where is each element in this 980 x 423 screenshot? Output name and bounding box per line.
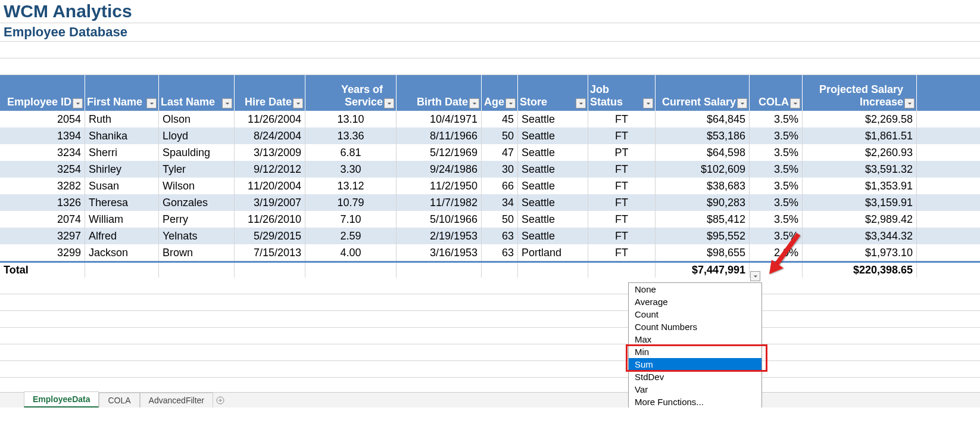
cell-proj[interactable]: $2,989.42 — [803, 211, 917, 228]
cell-cola[interactable]: 3.5% — [750, 178, 803, 194]
filter-dropdown-icon[interactable] — [146, 98, 157, 108]
filter-dropdown-icon[interactable] — [737, 98, 747, 108]
cell-store[interactable]: Portland — [518, 244, 588, 261]
cell-store[interactable]: Seattle — [518, 178, 588, 194]
cell-yrs[interactable]: 10.79 — [305, 194, 397, 211]
table-row[interactable]: 3234SherriSpaulding3/13/20096.815/12/196… — [0, 144, 980, 161]
cell-store[interactable]: Seattle — [518, 144, 588, 161]
cell-age[interactable]: 47 — [482, 144, 518, 161]
cell-id[interactable]: 1326 — [0, 194, 85, 211]
menu-item-max[interactable]: Max — [629, 333, 761, 346]
cell-sal[interactable]: $64,598 — [656, 144, 750, 161]
cell-yrs[interactable]: 6.81 — [305, 144, 397, 161]
menu-item-more-functions-[interactable]: More Functions... — [629, 396, 761, 408]
filter-dropdown-icon[interactable] — [904, 98, 915, 108]
menu-item-count-numbers[interactable]: Count Numbers — [629, 321, 761, 333]
cell-birth[interactable]: 2/19/1953 — [397, 228, 482, 244]
cell-birth[interactable]: 8/11/1966 — [397, 127, 482, 144]
cell-proj[interactable]: $1,353.91 — [803, 178, 917, 194]
cell-id[interactable]: 3282 — [0, 178, 85, 194]
cell-yrs[interactable]: 7.10 — [305, 211, 397, 228]
filter-dropdown-icon[interactable] — [384, 98, 394, 108]
cell-store[interactable]: Seattle — [518, 161, 588, 178]
cell-proj[interactable]: $2,260.93 — [803, 144, 917, 161]
cell-fn[interactable]: Ruth — [85, 111, 159, 127]
cell-job[interactable]: FT — [588, 127, 656, 144]
cell-cola[interactable]: 3.5% — [750, 111, 803, 127]
cell-fn[interactable]: Susan — [85, 178, 159, 194]
filter-dropdown-icon[interactable] — [505, 98, 516, 108]
cell-sal[interactable]: $95,552 — [656, 228, 750, 244]
filter-dropdown-icon[interactable] — [576, 98, 586, 108]
cell-ln[interactable]: Wilson — [159, 178, 235, 194]
cell-store[interactable]: Seattle — [518, 211, 588, 228]
cell-store[interactable]: Seattle — [518, 194, 588, 211]
cell-id[interactable]: 1394 — [0, 127, 85, 144]
cell-hire[interactable]: 5/29/2015 — [235, 228, 305, 244]
cell-ln[interactable]: Lloyd — [159, 127, 235, 144]
cell-ln[interactable]: Yelnats — [159, 228, 235, 244]
table-row[interactable]: 3282SusanWilson11/20/200413.1211/2/19506… — [0, 178, 980, 194]
cell-proj[interactable]: $1,973.10 — [803, 244, 917, 261]
filter-dropdown-icon[interactable] — [73, 98, 83, 108]
menu-item-stddev[interactable]: StdDev — [629, 371, 761, 383]
cell-proj[interactable]: $3,591.32 — [803, 161, 917, 178]
cell-age[interactable]: 63 — [482, 228, 518, 244]
cell-cola[interactable]: 3.5% — [750, 211, 803, 228]
cell-job[interactable]: FT — [588, 244, 656, 261]
cell-cola[interactable]: 3.5% — [750, 161, 803, 178]
sheet-tab-employeedata[interactable]: EmployeeData — [24, 391, 99, 408]
filter-dropdown-icon[interactable] — [643, 98, 653, 108]
cell-fn[interactable]: Jackson — [85, 244, 159, 261]
cell-job[interactable]: FT — [588, 194, 656, 211]
cell-age[interactable]: 66 — [482, 178, 518, 194]
cell-yrs[interactable]: 13.12 — [305, 178, 397, 194]
cell-id[interactable]: 3297 — [0, 228, 85, 244]
cell-birth[interactable]: 5/12/1969 — [397, 144, 482, 161]
cell-id[interactable]: 3299 — [0, 244, 85, 261]
cell-proj[interactable]: $3,344.32 — [803, 228, 917, 244]
cell-fn[interactable]: Shirley — [85, 161, 159, 178]
cell-birth[interactable]: 9/24/1986 — [397, 161, 482, 178]
total-function-dropdown-button[interactable] — [750, 271, 760, 281]
cell-ln[interactable]: Spaulding — [159, 144, 235, 161]
total-salary[interactable]: $7,447,991 — [656, 263, 750, 278]
cell-birth[interactable]: 3/16/1953 — [397, 244, 482, 261]
cell-cola[interactable]: 3.5% — [750, 228, 803, 244]
cell-birth[interactable]: 11/7/1982 — [397, 194, 482, 211]
cell-id[interactable]: 2074 — [0, 211, 85, 228]
table-row[interactable]: 3299JacksonBrown7/15/20134.003/16/195363… — [0, 244, 980, 261]
cell-fn[interactable]: Alfred — [85, 228, 159, 244]
cell-ln[interactable]: Tyler — [159, 161, 235, 178]
cell-job[interactable]: FT — [588, 178, 656, 194]
cell-ln[interactable]: Olson — [159, 111, 235, 127]
cell-fn[interactable]: Theresa — [85, 194, 159, 211]
cell-sal[interactable]: $90,283 — [656, 194, 750, 211]
table-row[interactable]: 1394ShanikaLloyd8/24/200413.368/11/19665… — [0, 127, 980, 144]
cell-hire[interactable]: 8/24/2004 — [235, 127, 305, 144]
cell-age[interactable]: 50 — [482, 211, 518, 228]
cell-cola[interactable]: 3.5% — [750, 127, 803, 144]
cell-cola[interactable]: 3.5% — [750, 194, 803, 211]
cell-sal[interactable]: $38,683 — [656, 178, 750, 194]
cell-yrs[interactable]: 2.59 — [305, 228, 397, 244]
menu-item-average[interactable]: Average — [629, 296, 761, 308]
add-sheet-button[interactable] — [213, 393, 227, 408]
cell-hire[interactable]: 9/12/2012 — [235, 161, 305, 178]
menu-item-sum[interactable]: Sum — [629, 358, 761, 371]
cell-age[interactable]: 30 — [482, 161, 518, 178]
menu-item-min[interactable]: Min — [629, 346, 761, 358]
cell-birth[interactable]: 5/10/1966 — [397, 211, 482, 228]
cell-sal[interactable]: $64,845 — [656, 111, 750, 127]
cell-sal[interactable]: $85,412 — [656, 211, 750, 228]
menu-item-count[interactable]: Count — [629, 308, 761, 321]
table-row[interactable]: 2054RuthOlson11/26/200413.1010/4/197145S… — [0, 111, 980, 127]
cell-birth[interactable]: 11/2/1950 — [397, 178, 482, 194]
cell-proj[interactable]: $2,269.58 — [803, 111, 917, 127]
cell-store[interactable]: Seattle — [518, 228, 588, 244]
cell-proj[interactable]: $3,159.91 — [803, 194, 917, 211]
cell-job[interactable]: PT — [588, 144, 656, 161]
cell-hire[interactable]: 11/26/2004 — [235, 111, 305, 127]
cell-hire[interactable]: 7/15/2013 — [235, 244, 305, 261]
cell-birth[interactable]: 10/4/1971 — [397, 111, 482, 127]
